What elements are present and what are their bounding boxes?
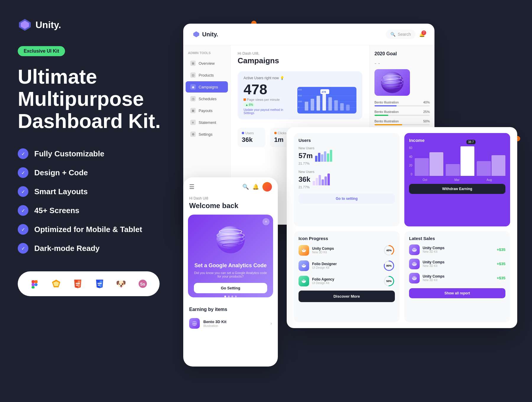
users-section-title: Users: [299, 138, 395, 143]
svg-rect-15: [98, 283, 102, 284]
progress-icon-2: [299, 260, 309, 271]
feature-text: Dark-mode Ready: [34, 244, 100, 253]
hero-title: Ultimate Multipurpose Dashboard Kit.: [18, 66, 183, 132]
icon-progress-title: Icon Progress: [299, 236, 395, 241]
sales-item-2: Unity Comps New 3D Kit +$35: [409, 259, 505, 269]
income-section: Income 60 40 20 0: [404, 133, 510, 226]
user-avatar[interactable]: [262, 182, 272, 192]
logo-area: Unity.: [18, 18, 183, 32]
sidebar-item-settings[interactable]: ⚙ Settings: [186, 129, 228, 140]
feature-text: 45+ Screens: [34, 206, 80, 215]
check-icon: ✓: [18, 148, 28, 159]
progress-label-row: Bento Illustration 25%: [374, 110, 430, 114]
feature-item: ✓ 45+ Screens: [18, 205, 183, 216]
sidebar-item-payouts[interactable]: ⊠ Payouts: [186, 105, 228, 116]
chevron-right-icon: ›: [270, 321, 272, 326]
sales-amount-2: +$35: [497, 262, 505, 266]
feature-item: ✓ Optimized for Mobile & Tablet: [18, 224, 183, 235]
withdraw-button[interactable]: Withdraw Earning: [409, 184, 505, 194]
progress-circle-3: 50%: [383, 275, 395, 287]
progress-circle-2: 80%: [383, 260, 395, 272]
sales-item-1: Unity Comps New 3D Kit +$35: [409, 244, 505, 255]
sphere-svg: [377, 71, 407, 94]
html5-icon: [72, 277, 84, 290]
sidebar-item-overview[interactable]: ⊞ Overview: [186, 58, 228, 69]
income-title: Income: [409, 138, 505, 143]
promo-close-button[interactable]: ×: [262, 218, 270, 225]
svg-rect-31: [322, 93, 326, 111]
svg-rect-11: [76, 283, 80, 284]
mobile-title: Welcome back: [183, 202, 278, 215]
notification-bell[interactable]: 🔔 7: [419, 32, 425, 37]
earning-by-items-section: Earning by items Bento 3D Kit Illustrati…: [183, 302, 278, 331]
pct-badge: ▲ 6%: [244, 103, 255, 107]
y-axis: 60 40 20 0: [409, 146, 505, 176]
dashboard-logo: Unity.: [193, 31, 218, 38]
sales-info-1: Unity Comps New 3D Kit: [423, 246, 494, 253]
progress-label-row: Bento Illustration 50%: [374, 119, 430, 123]
progress-fill: [374, 105, 397, 106]
mobile-card: ☰ 🔍 🔔 Hi Dash UI8 Welcome back ×: [183, 177, 278, 367]
mobile-nav-icons: 🔍 🔔: [242, 182, 272, 192]
sidebar-item-campaigns[interactable]: ◉ Campaigns: [186, 81, 228, 93]
secondary-dashboard: Users New Users 57m: [287, 127, 517, 328]
dot-4: [235, 296, 237, 297]
item-name: Bento 3D Kit: [203, 320, 267, 324]
sass-icon: Ss: [137, 277, 149, 290]
latest-sales-title: Latest Sales: [409, 236, 505, 241]
svg-rect-32: [328, 97, 332, 111]
sidebar-item-schedules[interactable]: ◷ Schedules: [186, 93, 228, 104]
progress-fill: [374, 124, 402, 125]
svg-rect-34: [340, 103, 344, 111]
features-list: ✓ Fully Customizable ✓ Design + Code ✓ S…: [18, 148, 183, 254]
svg-text:0: 0: [298, 106, 299, 109]
orange-dot: [244, 98, 246, 101]
check-icon: ✓: [18, 243, 28, 254]
brand-name: Unity.: [35, 20, 61, 30]
promo-pagination: [194, 296, 267, 297]
svg-rect-16: [98, 285, 100, 286]
mobile-greeting: Hi Dash UI8: [183, 196, 278, 200]
sidebar-section-label: Admin Tools: [183, 51, 230, 57]
feature-text: Optimized for Mobile & Tablet: [34, 225, 142, 234]
bell-icon[interactable]: 🔔: [252, 184, 259, 190]
dot-1: [224, 296, 226, 297]
left-section: Unity. Exclusive UI Kit Ultimate Multipu…: [18, 18, 183, 296]
svg-text:600: 600: [298, 88, 302, 91]
discover-more-button[interactable]: Discover More: [299, 291, 395, 302]
new-users-stat-1: New Users 57m 21.77%: [299, 146, 395, 165]
settings-icon: ⚙: [190, 132, 196, 137]
svg-rect-5: [32, 286, 35, 288]
progress-row-3: Folio Agency UI Design Kit 50%: [299, 275, 395, 287]
progress-bar: [374, 105, 430, 106]
sidebar-item-statement[interactable]: ≡ Statement: [186, 117, 228, 128]
progress-icon-1: [299, 245, 309, 256]
progress-bar: [374, 115, 430, 116]
sales-info-3: Unity Comps New 3D Kit: [423, 274, 494, 282]
update-link: Update your payout method in Settings: [244, 108, 293, 115]
page-views-label: Page views per minute: [244, 98, 293, 101]
active-users-label: Active Users right now 💡: [244, 76, 356, 80]
campaigns-icon: ◉: [190, 84, 196, 90]
statement-icon: ≡: [190, 120, 196, 125]
show-all-report-button[interactable]: Show all report: [409, 288, 505, 298]
update-payout: ▲ 6%: [244, 103, 293, 107]
sidebar-item-products[interactable]: ⊡ Products: [186, 69, 228, 81]
sales-item-3: Unity Comps New 3D Kit +$35: [409, 273, 505, 283]
goal-3d-visual: [374, 69, 410, 96]
svg-rect-33: [334, 100, 338, 111]
search-bar[interactable]: 🔍 Search: [386, 30, 416, 39]
go-to-setting-link[interactable]: Go to setting: [299, 194, 395, 204]
income-x-labels: Oct Mar Aug: [409, 178, 505, 181]
hamburger-icon[interactable]: ☰: [189, 183, 194, 190]
logo-icon: [18, 18, 32, 32]
secondary-dashboard-body: Users New Users 57m: [287, 127, 517, 328]
goal-title: 2020 Goal: [374, 51, 430, 56]
mobile-header: ☰ 🔍 🔔: [183, 177, 278, 196]
promo-go-setting-button[interactable]: Go Setting: [194, 283, 267, 293]
search-icon[interactable]: 🔍: [242, 184, 249, 190]
exclusive-badge: Exclusive UI Kit: [18, 46, 65, 56]
active-users-chart: 600 400 200 0: [297, 87, 356, 114]
earning-info: Bento 3D Kit Illustration: [203, 320, 267, 328]
active-count: 478: [244, 82, 293, 97]
